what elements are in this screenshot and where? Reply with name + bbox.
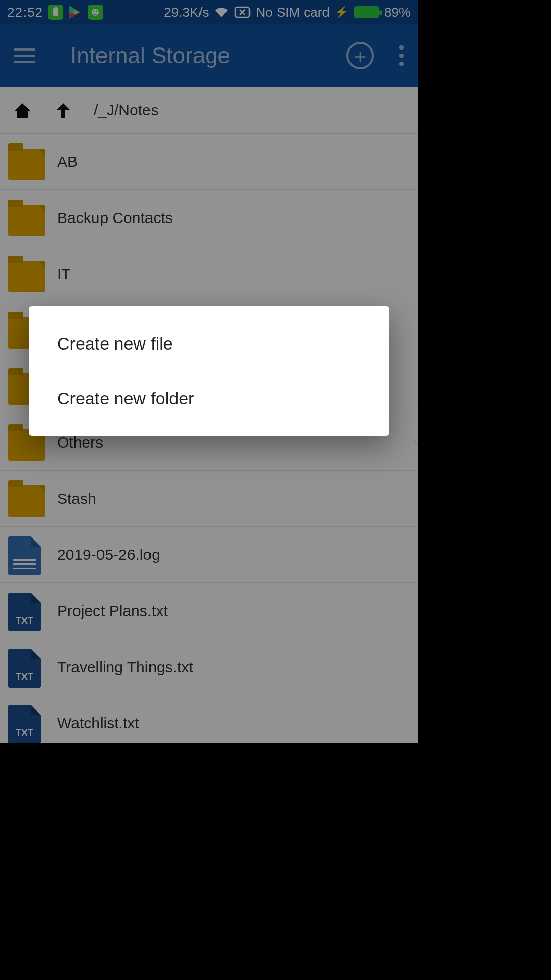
create-dialog: Create new file Create new folder [29, 306, 389, 436]
create-folder-option[interactable]: Create new folder [29, 371, 389, 426]
screen: 22:52 29.3K/s No SIM card ⚡ 89% [0, 0, 418, 743]
create-file-option[interactable]: Create new file [29, 316, 389, 371]
